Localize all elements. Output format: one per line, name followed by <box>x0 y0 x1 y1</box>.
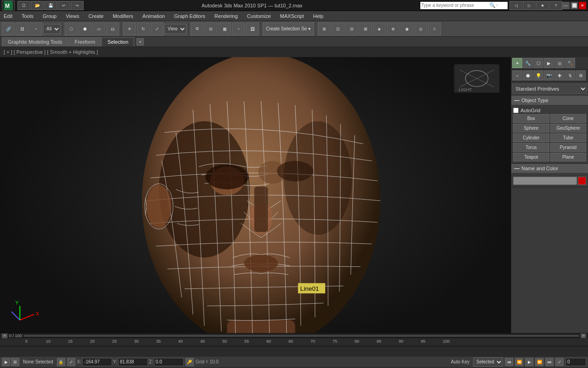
restore-button[interactable]: ⬜ <box>571 2 578 9</box>
systems-icon[interactable]: ⚙ <box>576 70 586 80</box>
cylinder-btn[interactable]: Cylinder <box>513 133 549 142</box>
torus-btn[interactable]: Torus <box>513 143 549 152</box>
snap-btn4[interactable]: ⊠ <box>359 23 372 35</box>
prev-frame-btn[interactable]: ⏪ <box>515 358 523 366</box>
shapes-icon[interactable]: ⬟ <box>523 70 533 80</box>
dropdown-icon[interactable]: ▾ <box>496 2 498 8</box>
cameras-icon[interactable]: 📷 <box>544 70 554 80</box>
close-button[interactable]: ✕ <box>579 2 586 9</box>
next-frame-btn[interactable]: ⏩ <box>535 358 543 366</box>
helpers-icon[interactable]: ✚ <box>554 70 565 80</box>
menu-help[interactable]: Help <box>311 12 326 20</box>
align-btn[interactable]: ⊟ <box>204 23 217 35</box>
box-btn[interactable]: Box <box>513 114 549 123</box>
tube-btn[interactable]: Tube <box>550 133 587 142</box>
snap-btn9[interactable]: ◊ <box>428 23 441 35</box>
tab-graphite[interactable]: Graphite Modeling Tools <box>2 37 68 46</box>
go-start-btn[interactable]: ⏮ <box>505 358 513 366</box>
tab-freeform[interactable]: Freeform <box>68 37 101 46</box>
spacewarps-icon[interactable]: ↯ <box>565 70 575 80</box>
snap-btn2[interactable]: ⊡ <box>332 23 345 35</box>
snap-btn7[interactable]: ◉ <box>401 23 413 35</box>
snap-btn5[interactable]: ◈ <box>373 23 386 35</box>
plane-btn[interactable]: Plane <box>550 153 587 161</box>
menu-maxscript[interactable]: MAXScript <box>278 12 306 20</box>
cone-btn[interactable]: Cone <box>550 114 587 123</box>
x-field[interactable]: -164.97 <box>82 358 112 366</box>
view-dropdown[interactable]: View <box>164 24 187 34</box>
pyramid-btn[interactable]: Pyramid <box>550 143 587 152</box>
select-btn[interactable]: ⬡ <box>65 23 78 35</box>
menu-tools[interactable]: Tools <box>20 12 35 20</box>
menu-create[interactable]: Create <box>86 12 105 20</box>
save-btn[interactable]: 💾 <box>44 1 57 10</box>
y-field[interactable]: 81.838 <box>118 358 148 366</box>
help-btn[interactable]: ? <box>549 1 562 10</box>
link-btn[interactable]: 🔗 <box>2 23 15 35</box>
menu-group[interactable]: Group <box>41 12 59 20</box>
star-btn[interactable]: ★ <box>536 1 549 10</box>
snap-btn1[interactable]: ⊞ <box>318 23 331 35</box>
menu-modifiers[interactable]: Modifiers <box>111 12 135 20</box>
3d-viewport[interactable]: Line01 X Y LIGHT <box>0 57 511 333</box>
new-btn[interactable]: 🗋 <box>17 1 30 10</box>
z-field[interactable]: 0.0 <box>154 358 184 366</box>
menu-views[interactable]: Views <box>64 12 81 20</box>
search-box[interactable]: 🔍 ▾ <box>420 2 508 9</box>
key-icon[interactable]: 🔑 <box>186 358 194 366</box>
open-btn[interactable]: 📂 <box>31 1 44 10</box>
auto-key-dropdown[interactable]: Selected <box>473 357 503 367</box>
go-end-btn[interactable]: ⏭ <box>545 358 554 366</box>
forward-btn[interactable]: ▷ <box>523 1 536 10</box>
display-panel-icon[interactable]: ◎ <box>554 58 565 68</box>
snap-btn6[interactable]: ⊕ <box>387 23 400 35</box>
play-btn[interactable]: ▶ <box>525 358 533 366</box>
modify-panel-icon[interactable]: 🔧 <box>523 58 533 68</box>
rotate-btn[interactable]: ↻ <box>137 23 150 35</box>
layer-btn[interactable]: ▦ <box>218 23 231 35</box>
lights-icon[interactable]: 💡 <box>533 70 543 80</box>
redo-btn[interactable]: ↪ <box>71 1 84 10</box>
create-selection-btn[interactable]: Create Selection Se ▾ <box>263 23 314 35</box>
menu-animation[interactable]: Animation <box>141 12 167 20</box>
select-by-name-btn[interactable]: 🗂 <box>106 23 119 35</box>
hierarchy-panel-icon[interactable]: ⬡ <box>533 58 543 68</box>
motion-panel-icon[interactable]: ▶ <box>544 58 554 68</box>
geometry-icon[interactable]: ○ <box>512 70 522 80</box>
tab-selection[interactable]: Selection <box>102 37 134 46</box>
menu-rendering[interactable]: Rendering <box>213 12 240 20</box>
expand-btn[interactable]: ⤢ <box>67 358 75 366</box>
render-btn[interactable]: 🖼 <box>246 23 259 35</box>
color-swatch[interactable] <box>578 177 586 185</box>
snap-btn8[interactable]: ◎ <box>414 23 427 35</box>
back-btn[interactable]: ◁ <box>509 1 522 10</box>
filter-dropdown[interactable]: All <box>43 24 61 34</box>
bind-btn[interactable]: ~ <box>29 23 42 35</box>
object-name-input[interactable] <box>513 177 577 185</box>
tab-close-btn[interactable]: × <box>136 38 144 46</box>
lock-btn-status[interactable]: 🔒 <box>57 358 65 366</box>
layer-btn-status[interactable]: ⊞ <box>11 358 19 366</box>
frame-field[interactable]: 0 <box>565 358 586 366</box>
primitives-dropdown[interactable]: Standard Primitives <box>512 84 587 94</box>
object-type-header[interactable]: — Object Type <box>511 96 588 105</box>
utilities-panel-icon[interactable]: 🔨 <box>565 58 575 68</box>
geosphere-btn[interactable]: GeoSphere <box>550 124 587 132</box>
menu-edit[interactable]: Edit <box>2 12 14 20</box>
menu-customize[interactable]: Customize <box>245 12 273 20</box>
key-mode-btn[interactable]: ⤢ <box>555 358 564 366</box>
timeline-track[interactable] <box>24 335 579 337</box>
timeline-prev-btn[interactable]: < <box>2 334 7 338</box>
anim-mode-btn[interactable]: ▶ <box>2 358 10 366</box>
curve-btn[interactable]: ~ <box>232 23 245 35</box>
snap-btn3[interactable]: ⊟ <box>345 23 358 35</box>
unlink-btn[interactable]: ⛓ <box>16 23 28 35</box>
menu-graph-editors[interactable]: Graph Editors <box>172 12 207 20</box>
sphere-btn[interactable]: Sphere <box>513 124 549 132</box>
select-region-btn[interactable]: ⬢ <box>79 23 91 35</box>
name-color-header[interactable]: — Name and Color <box>511 164 588 173</box>
undo-btn[interactable]: ↩ <box>57 1 70 10</box>
autogrid-checkbox[interactable] <box>513 108 519 113</box>
search-input[interactable] <box>420 3 489 8</box>
minimize-button[interactable]: — <box>562 2 570 9</box>
